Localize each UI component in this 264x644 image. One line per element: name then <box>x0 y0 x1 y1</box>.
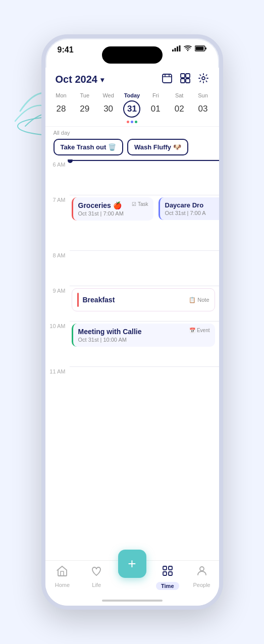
svg-rect-16 <box>186 79 190 83</box>
nav-label-time: Time <box>156 582 179 590</box>
day-num: 02 <box>171 100 188 118</box>
svg-point-17 <box>202 77 205 80</box>
event-title-meeting: Meeting with Callie <box>78 328 142 336</box>
day-label: Sat <box>175 92 184 98</box>
day-col-today[interactable]: Today 31 <box>122 92 142 123</box>
nav-label-people: People <box>193 582 210 588</box>
time-label-11am: 11 AM <box>45 366 70 374</box>
settings-icon[interactable] <box>198 73 209 86</box>
svg-rect-14 <box>186 74 190 78</box>
day-num: 01 <box>147 100 164 118</box>
day-num: 28 <box>52 100 70 118</box>
event-groceries[interactable]: Groceries 🍎 ☑ Task Oct 31st | 7:00 AM <box>72 197 153 221</box>
svg-rect-21 <box>163 572 167 575</box>
layout-icon[interactable] <box>180 73 191 86</box>
home-indicator <box>102 600 163 602</box>
time-area-11am <box>70 366 219 402</box>
current-time-indicator <box>45 160 219 161</box>
dot-blue <box>131 121 133 123</box>
dot-red <box>127 121 129 123</box>
time-row-10am: 10 AM Meeting with Callie 📅 Event Oct 31… <box>45 321 219 366</box>
event-badge-meeting: 📅 Event <box>189 328 209 333</box>
week-strip: Mon 28 Tue 29 Wed 30 Today 31 <box>45 90 219 126</box>
day-col-fri[interactable]: Fri 01 <box>145 92 166 123</box>
day-label: Mon <box>56 92 66 98</box>
note-left: Breakfast <box>77 293 115 307</box>
day-col-wed[interactable]: Wed 30 <box>98 92 119 123</box>
plus-icon: + <box>128 556 136 572</box>
nav-item-time[interactable]: Time <box>153 565 181 590</box>
event-title: Groceries 🍎 <box>78 201 122 209</box>
event-subtitle: Oct 31st | 7:00 AM <box>78 210 148 217</box>
time-area-8am <box>70 250 219 286</box>
event-row: Groceries 🍎 ☑ Task <box>78 201 148 209</box>
day-label: Wed <box>102 92 114 98</box>
phone-wrapper: 9:41 <box>0 0 264 644</box>
battery-icon <box>195 45 207 51</box>
svg-rect-3 <box>177 46 178 51</box>
timeline: 6 AM 7 AM <box>45 159 219 541</box>
event-title-daycare: Daycare Dro <box>165 201 214 209</box>
note-color-bar <box>77 293 79 307</box>
current-time-dash <box>73 160 219 161</box>
svg-rect-13 <box>181 74 185 78</box>
month-title[interactable]: Oct 2024 ▾ <box>56 74 104 85</box>
event-meeting[interactable]: Meeting with Callie 📅 Event Oct 31st | 1… <box>72 324 215 347</box>
svg-rect-9 <box>163 74 172 83</box>
svg-rect-1 <box>172 49 174 51</box>
day-col-sun[interactable]: Sun 03 <box>193 92 213 123</box>
time-row-6am: 6 AM <box>45 159 219 195</box>
svg-rect-18 <box>61 571 64 576</box>
event-subtitle-daycare: Oct 31st | 7:00 A <box>165 210 214 216</box>
svg-point-23 <box>200 567 204 571</box>
day-col-mon[interactable]: Mon 28 <box>51 92 71 123</box>
wifi-icon <box>184 45 192 51</box>
add-event-button[interactable]: + <box>118 550 146 578</box>
calendar-view-icon[interactable] <box>162 73 173 86</box>
svg-rect-15 <box>181 79 185 83</box>
time-area-9am: Breakfast 📋 Note <box>70 286 219 321</box>
svg-rect-7 <box>195 47 203 50</box>
header-actions <box>162 73 209 86</box>
day-num: 29 <box>76 100 93 118</box>
fab-container: + <box>118 550 146 578</box>
day-label: Fri <box>152 92 159 98</box>
event-title-breakfast: Breakfast <box>83 296 115 304</box>
day-col-sat[interactable]: Sat 02 <box>169 92 189 123</box>
time-icon <box>162 565 174 580</box>
nav-label-home: Home <box>55 582 70 588</box>
svg-rect-2 <box>174 48 176 51</box>
all-day-label: All day <box>54 130 211 136</box>
time-row-8am: 8 AM <box>45 250 219 286</box>
time-label-7am: 7 AM <box>45 195 70 203</box>
time-row-11am: 11 AM <box>45 366 219 402</box>
all-day-event-fluffy[interactable]: Wash Fluffy 🐶 <box>127 139 188 155</box>
svg-point-5 <box>187 50 188 51</box>
status-icons <box>172 45 207 51</box>
phone-content: Oct 2024 ▾ <box>45 68 219 606</box>
event-breakfast[interactable]: Breakfast 📋 Note <box>72 288 215 311</box>
time-row-9am: 9 AM Breakfast 📋 Note <box>45 286 219 321</box>
nav-item-people[interactable]: People <box>188 565 216 588</box>
day-label: Sun <box>198 92 208 98</box>
all-day-event-trash[interactable]: Take Trash out 🗑️ <box>54 139 123 155</box>
today-event-dots <box>127 121 137 123</box>
time-label-9am: 9 AM <box>45 286 70 294</box>
nav-item-life[interactable]: Life <box>83 565 111 588</box>
day-label: Tue <box>80 92 89 98</box>
month-chevron-icon[interactable]: ▾ <box>100 76 104 84</box>
event-subtitle-meeting: Oct 31st | 10:00 AM <box>78 337 210 343</box>
time-label-10am: 10 AM <box>45 321 70 329</box>
dynamic-island <box>102 46 163 64</box>
all-day-events: Take Trash out 🗑️ Wash Fluffy 🐶 <box>54 139 211 155</box>
event-badge: ☑ Task <box>132 201 148 207</box>
dot-green <box>135 121 137 123</box>
event-daycare-partial[interactable]: Daycare Dro Oct 31st | 7:00 A <box>159 197 219 220</box>
day-col-tue[interactable]: Tue 29 <box>75 92 95 123</box>
day-num: 30 <box>100 100 117 118</box>
svg-rect-8 <box>205 47 206 49</box>
home-icon <box>56 565 68 580</box>
nav-item-home[interactable]: Home <box>48 565 76 588</box>
svg-rect-19 <box>163 566 167 570</box>
phone-frame: 9:41 <box>41 34 223 610</box>
